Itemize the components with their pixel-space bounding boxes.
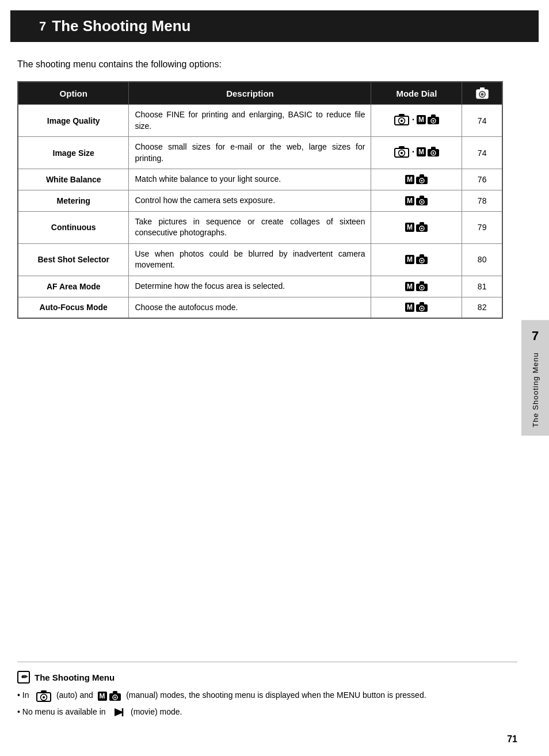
- svg-point-47: [43, 696, 45, 698]
- manual-camera-icon: [415, 174, 428, 185]
- svg-rect-5: [399, 114, 405, 117]
- option-description: Determine how the focus area is selected…: [129, 276, 371, 297]
- table-row: Best Shot Selector Use when photos could…: [18, 243, 502, 276]
- option-description: Use when photos could be blurred by inad…: [129, 243, 371, 276]
- svg-point-23: [421, 180, 422, 182]
- page-ref: 78: [462, 190, 502, 211]
- mode-dial-cell: M: [371, 169, 462, 190]
- side-tab-number: 7: [532, 329, 539, 343]
- option-name: Image Size: [18, 137, 129, 169]
- svg-point-15: [401, 152, 403, 154]
- svg-point-43: [421, 308, 422, 310]
- dot-separator: ·: [412, 114, 414, 125]
- mode-icons: M: [405, 254, 428, 265]
- note-movie-icon: [112, 707, 126, 718]
- mode-icons: M: [405, 174, 428, 185]
- svg-point-51: [115, 696, 116, 698]
- note-manual-icon: [109, 691, 121, 701]
- option-description: Choose small sizes for e-mail or the web…: [129, 137, 371, 169]
- note-item-1: • In (auto) and M (manual) modes, the sh…: [17, 689, 517, 702]
- page-ref: 74: [462, 105, 502, 137]
- options-table: Option Description Mode Dial Image Quali…: [17, 81, 503, 319]
- option-name: Image Quality: [18, 105, 129, 137]
- table-row: Auto-Focus Mode Choose the autofocus mod…: [18, 297, 502, 318]
- svg-rect-25: [420, 196, 424, 198]
- table-row: AF Area Mode Determine how the focus are…: [18, 276, 502, 297]
- col-header-page: [462, 82, 502, 105]
- page-number: 71: [507, 734, 517, 744]
- svg-rect-13: [399, 146, 405, 149]
- svg-rect-29: [420, 222, 424, 225]
- mode-dial-cell: M: [371, 211, 462, 243]
- m-label: M: [417, 115, 426, 124]
- option-name: AF Area Mode: [18, 276, 129, 297]
- intro-text: The shooting menu contains the following…: [17, 59, 503, 70]
- m-label: M: [405, 282, 414, 291]
- mode-dial-cell: M: [371, 190, 462, 211]
- page-ref: 81: [462, 276, 502, 297]
- option-description: Choose the autofocus mode.: [129, 297, 371, 318]
- svg-point-19: [433, 152, 434, 154]
- mode-icons: M: [405, 196, 428, 206]
- page-ref: 80: [462, 243, 502, 276]
- svg-rect-21: [420, 174, 424, 177]
- main-content: The shooting menu contains the following…: [0, 42, 520, 330]
- manual-camera-icon: [415, 302, 428, 312]
- note-item-2: • No menu is available in (movie) mode.: [17, 706, 517, 718]
- table-row: Metering Control how the camera sets exp…: [18, 190, 502, 211]
- svg-point-7: [401, 120, 403, 122]
- col-header-option: Option: [18, 82, 129, 105]
- chapter-number: 7: [39, 19, 46, 34]
- auto-camera-icon: [394, 113, 410, 126]
- mode-dial-cell: · M: [371, 105, 462, 137]
- option-name: White Balance: [18, 169, 129, 190]
- page-ref: 79: [462, 211, 502, 243]
- mode-icons: M: [405, 222, 428, 232]
- page-ref: 76: [462, 169, 502, 190]
- svg-point-39: [421, 287, 422, 288]
- mode-icons: · M: [394, 113, 440, 126]
- auto-camera-icon: [394, 146, 410, 158]
- camera-icon: [475, 87, 489, 100]
- table-row: Image Quality Choose FINE for printing a…: [18, 105, 502, 137]
- option-name: Best Shot Selector: [18, 243, 129, 276]
- manual-camera-icon: [415, 222, 428, 232]
- m-label: M: [405, 303, 414, 312]
- mode-icons: M: [405, 302, 428, 312]
- note-pencil-icon: ✏: [17, 671, 30, 684]
- dot-separator: ·: [412, 147, 414, 157]
- page-header: 7 The Shooting Menu: [10, 10, 539, 42]
- table-row: White Balance Match white balance to you…: [18, 169, 502, 190]
- table-row: Image Size Choose small sizes for e-mail…: [18, 137, 502, 169]
- m-label: M: [405, 255, 414, 264]
- m-label: M: [405, 175, 414, 184]
- manual-camera-icon: [427, 114, 440, 125]
- svg-point-3: [481, 93, 483, 96]
- mode-dial-cell: M: [371, 243, 462, 276]
- option-description: Take pictures in sequence or create coll…: [129, 211, 371, 243]
- m-label: M: [405, 196, 414, 205]
- svg-rect-1: [480, 87, 485, 90]
- page-ref: 74: [462, 137, 502, 169]
- svg-point-31: [421, 228, 422, 230]
- mode-icons: · M: [394, 146, 440, 158]
- manual-camera-icon: [415, 254, 428, 265]
- manual-camera-icon: [427, 147, 440, 157]
- mode-icons: M: [405, 281, 428, 292]
- side-tab-text: The Shooting Menu: [531, 352, 540, 427]
- mode-dial-cell: M: [371, 297, 462, 318]
- note-title: ✏ The Shooting Menu: [17, 671, 517, 684]
- manual-camera-icon: [415, 281, 428, 292]
- svg-rect-45: [41, 690, 47, 693]
- svg-point-11: [433, 120, 434, 122]
- col-header-mode-dial: Mode Dial: [371, 82, 462, 105]
- option-name: Continuous: [18, 211, 129, 243]
- option-name: Metering: [18, 190, 129, 211]
- col-header-description: Description: [129, 82, 371, 105]
- svg-rect-33: [420, 254, 424, 257]
- option-description: Choose FINE for printing and enlarging, …: [129, 105, 371, 137]
- note-m-label: M: [98, 692, 107, 701]
- side-tab: 7 The Shooting Menu: [521, 320, 549, 436]
- option-description: Match white balance to your light source…: [129, 169, 371, 190]
- manual-camera-icon: [415, 196, 428, 206]
